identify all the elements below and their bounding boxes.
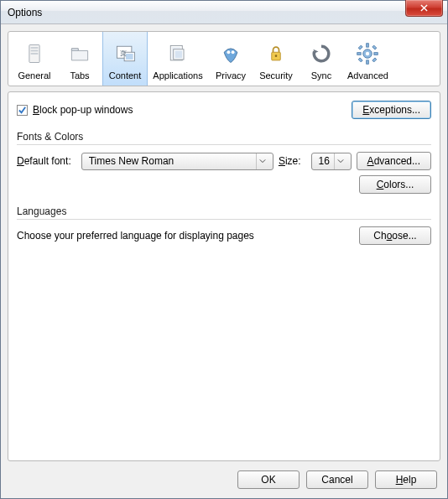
content-panel: Block pop-up windows Exceptions... Fonts… [8,91,440,461]
svg-point-15 [275,55,278,57]
fonts-group-label: Fonts & Colors [17,131,431,143]
colors-button[interactable]: Colors... [359,175,431,194]
tab-applications[interactable]: Applications [148,32,208,86]
svg-rect-1 [31,47,39,49]
choose-language-button[interactable]: Choose... [359,226,431,245]
tab-label: Applications [153,70,202,81]
svg-rect-22 [372,45,377,49]
languages-group-label: Languages [17,205,431,217]
tab-tabs[interactable]: Tabs [57,32,102,86]
ok-button[interactable]: OK [237,470,300,489]
tab-security[interactable]: Security [253,32,299,86]
tab-label: Sync [311,70,331,81]
exceptions-button[interactable]: Exceptions... [352,101,431,119]
applications-icon [164,40,191,67]
tab-label: Privacy [216,70,246,81]
tab-label: Security [259,70,293,81]
svg-point-13 [232,50,235,54]
close-button[interactable] [405,0,443,17]
content-icon: 页 [112,40,138,67]
popup-row: Block pop-up windows Exceptions... [17,101,431,119]
default-font-label: Default font: [17,155,71,167]
options-window: Options General Tabs 页 Content [0,0,448,499]
tab-label: Tabs [70,70,89,81]
window-title: Options [8,7,42,18]
svg-rect-11 [175,51,183,59]
divider [17,144,431,145]
svg-point-25 [366,52,369,55]
tab-sync[interactable]: Sync [299,32,344,86]
tab-label: Advanced [347,70,388,81]
colors-row: Colors... [17,175,431,194]
size-label: Size: [279,155,301,167]
cancel-button[interactable]: Cancel [306,470,368,489]
svg-rect-3 [31,53,39,55]
category-toolbar: General Tabs 页 Content Applications Priv… [8,31,440,86]
default-font-value: Times New Roman [89,155,175,167]
security-icon [263,40,289,67]
dialog-buttons: OK Cancel Help [1,461,447,498]
tab-label: Content [109,70,142,81]
svg-rect-18 [367,60,369,64]
svg-rect-6 [126,54,133,60]
default-font-combo[interactable]: Times New Roman [81,153,273,170]
size-combo[interactable]: 16 [311,153,352,170]
chevron-down-icon [256,153,269,169]
sync-icon [308,40,335,67]
svg-point-12 [227,50,230,54]
tab-advanced[interactable]: Advanced [344,32,392,86]
general-icon [21,40,48,67]
size-value: 16 [319,155,330,167]
svg-rect-19 [357,53,361,55]
titlebar: Options [1,1,447,24]
tab-content[interactable]: 页 Content [102,32,148,86]
svg-rect-21 [359,45,363,49]
tab-label: General [18,70,50,81]
fonts-advanced-button[interactable]: Advanced... [357,152,431,170]
privacy-icon [217,40,244,67]
chevron-down-icon [334,153,347,169]
block-popups-label[interactable]: Block pop-up windows [33,104,133,116]
svg-rect-20 [374,53,378,55]
tabs-icon [66,40,93,67]
svg-rect-17 [367,44,369,47]
svg-rect-23 [359,58,363,62]
svg-text:页: 页 [120,49,127,57]
tab-privacy[interactable]: Privacy [208,32,253,86]
languages-row: Choose your preferred language for displ… [17,226,431,245]
languages-description: Choose your preferred language for displ… [17,230,254,242]
block-popups-checkbox[interactable] [17,105,28,116]
help-button[interactable]: Help [375,470,437,489]
tab-general[interactable]: General [12,32,57,86]
checkmark-icon [18,106,27,115]
svg-rect-24 [372,58,377,62]
svg-rect-2 [31,50,39,52]
gear-icon [354,40,381,67]
divider [17,219,431,220]
close-icon [419,4,429,12]
fonts-row: Default font: Times New Roman Size: 16 A… [17,152,431,170]
